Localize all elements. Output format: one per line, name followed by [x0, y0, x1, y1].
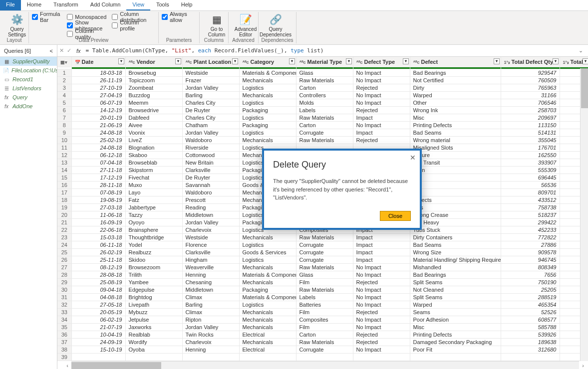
table-row[interactable]: 2828-08-18TrilithHenningMaterials & Comp…: [57, 271, 588, 278]
list-icon: ☰: [3, 85, 10, 91]
dropdown-icon[interactable]: ▾: [232, 58, 238, 64]
table-row[interactable]: 3724-09-19WordifyCharlevoixMechanicalsRa…: [57, 338, 588, 346]
table-row[interactable]: 614-12-19BrowsedriveDe RuyterPackagingLa…: [57, 106, 588, 114]
scroll-left-icon[interactable]: ‹: [63, 362, 71, 369]
dropdown-icon[interactable]: ▾: [494, 58, 500, 64]
table-row[interactable]: 3227-05-18LivepathBarlingLogisticsBatter…: [57, 301, 588, 308]
delete-query-dialog: ✕ Delete Query The query "SupplierQualit…: [262, 149, 422, 230]
table-row[interactable]: 118-03-18BrowsebugWestsideMaterials & Co…: [57, 69, 588, 76]
table-row[interactable]: 3610-04-19RealblabTwin RocksElectricalCa…: [57, 331, 588, 338]
menu-help[interactable]: Help: [175, 0, 199, 10]
menu-home[interactable]: Home: [21, 0, 47, 10]
table-row[interactable]: 2708-12-19BrowsezoomWeavervilleMechanica…: [57, 263, 588, 271]
group-dependencies: Dependencies: [259, 37, 296, 43]
dropdown-icon[interactable]: ▾: [346, 58, 352, 64]
table-row[interactable]: 2526-02-19RealbuzzClarksvilleGoods & Ser…: [57, 248, 588, 256]
column-header-material-type[interactable]: ᴬᴮcMaterial Type▾: [296, 57, 353, 67]
dropdown-icon[interactable]: ▾: [403, 58, 409, 64]
table-row[interactable]: 924-08-18VoonixJordan ValleyLogisticsCor…: [57, 129, 588, 136]
queries-header: Queries [6]: [4, 48, 31, 54]
menu-addcolumn[interactable]: Add Column: [84, 0, 127, 10]
formula-bar-checkbox[interactable]: Formula Bar: [32, 13, 62, 21]
query-item-supplierquality[interactable]: ▦SupplierQuality: [0, 57, 57, 66]
menu-tools[interactable]: Tools: [150, 0, 175, 10]
query-item-query[interactable]: fxQuery: [0, 93, 57, 102]
table-row[interactable]: 506-07-19MeemmCharles CityLogisticsMolds…: [57, 99, 588, 106]
table-row[interactable]: 2625-11-18SkidooHinghamLogisticsCorrugat…: [57, 256, 588, 263]
column-icon: ▦: [212, 13, 222, 25]
text-icon: 📄: [3, 67, 9, 73]
column-header-total-defect-qty[interactable]: 1²₃Total Defect Qty▾: [501, 57, 560, 67]
formula-bar: ✕ ✓ fx = Table.AddColumn(ChType, "List",…: [57, 45, 588, 57]
ribbon: ⚙️ Query Settings Layout Formula Bar Mon…: [0, 11, 588, 45]
column-header-date[interactable]: 📅Date▾: [71, 57, 125, 67]
dropdown-icon[interactable]: ▾: [289, 58, 295, 64]
gear-icon: ⚙️: [11, 13, 23, 25]
collapse-sidebar-icon[interactable]: <: [50, 48, 53, 54]
fx-icon: fx: [3, 94, 10, 100]
query-item-listvendors[interactable]: ☰ListVendors: [0, 84, 57, 93]
column-quality-checkbox[interactable]: Column quality: [67, 30, 107, 38]
table-row[interactable]: 327-10-19ZoombeatJordan ValleyLogisticsC…: [57, 84, 588, 91]
table-row[interactable]: 3104-08-18BrightdogClimaxMaterials & Com…: [57, 293, 588, 301]
table-row[interactable]: 39: [57, 353, 588, 361]
menu-transform[interactable]: Transform: [47, 0, 84, 10]
expand-formula-icon[interactable]: ⌄: [576, 47, 586, 54]
advanced-editor-button[interactable]: 📝 Advanced Editor: [232, 12, 260, 39]
table-row[interactable]: 821-06-19AiveeChathamPackagingCartonNo I…: [57, 121, 588, 129]
column-header-vendor[interactable]: ᴬᴮcVendor▾: [125, 57, 182, 67]
accept-formula-icon[interactable]: ✓: [67, 47, 71, 54]
group-datapreview: Data Preview: [29, 37, 158, 43]
fx-icon[interactable]: fx: [74, 48, 83, 54]
query-item-addone[interactable]: fxAddOne: [0, 102, 57, 111]
dialog-title: Delete Query: [273, 160, 411, 170]
table-row[interactable]: 720-01-19DabfeedCharles CityLogisticsRaw…: [57, 114, 588, 121]
dialog-message: The query "SupplierQuality" cannot be de…: [273, 177, 411, 202]
query-dependencies-button[interactable]: 🔗 Query Dependencies: [262, 12, 290, 39]
column-header-defect-type[interactable]: ᴬᴮcDefect Type▾: [353, 57, 410, 67]
table-row[interactable]: 3320-05-19MybuzzClimaxMechanicalsFilmRej…: [57, 308, 588, 316]
dropdown-icon[interactable]: ▾: [583, 58, 588, 64]
dialog-close-button[interactable]: Close: [380, 211, 411, 221]
query-settings-button[interactable]: ⚙️ Query Settings: [3, 12, 31, 39]
table-row[interactable]: 226-11-19TopiczoomFrazerMechanicalsRaw M…: [57, 76, 588, 84]
dropdown-icon[interactable]: ▾: [118, 58, 124, 64]
dialog-close-icon[interactable]: ✕: [410, 154, 416, 162]
table-row[interactable]: 3009-04-18EdgepulseMiddletownPackagingRa…: [57, 286, 588, 293]
menu-bar: File Home Transform Add Column View Tool…: [0, 0, 588, 11]
cancel-formula-icon[interactable]: ✕: [59, 47, 64, 54]
table-row[interactable]: 2315-03-18ThoughtbridgeWestsideMechanica…: [57, 233, 588, 241]
column-header-category[interactable]: ᴬᴮcCategory▾: [239, 57, 296, 67]
table-row[interactable]: 3521-07-19JaxworksJordan ValleyMechanica…: [57, 323, 588, 331]
menu-view[interactable]: View: [126, 0, 150, 10]
dropdown-icon[interactable]: ▾: [553, 58, 559, 64]
table-row[interactable]: 3406-02-19JetpulseRiptonMechanicalsCompo…: [57, 316, 588, 323]
table-icon: ▦: [3, 58, 10, 64]
formula-input[interactable]: = Table.AddColumn(ChType, "List", each R…: [86, 47, 573, 54]
goto-column-button[interactable]: ▦ Go to Column: [203, 12, 231, 39]
column-profile-checkbox[interactable]: Column profile: [112, 21, 155, 29]
dependencies-icon: 🔗: [270, 13, 282, 25]
table-row[interactable]: 2925-08-19YambeeChesaningMechanicalsFilm…: [57, 278, 588, 286]
group-layout: Layout: [0, 37, 28, 43]
fx-icon: fx: [3, 103, 10, 109]
horizontal-scrollbar[interactable]: ‹ ›: [71, 361, 579, 369]
query-item-filelocationcusers[interactable]: 📄FileLocation (C:\Users...: [0, 66, 57, 75]
column-header-total-dow[interactable]: 1²₃Total Dow▾: [560, 57, 588, 67]
table-row[interactable]: 2406-11-18YodelFlorenceLogisticsCorrugat…: [57, 241, 588, 248]
scroll-right-icon[interactable]: ›: [579, 362, 587, 369]
always-allow-checkbox[interactable]: Always allow: [162, 13, 196, 21]
dropdown-icon[interactable]: ▾: [175, 58, 181, 64]
group-parameters: Parameters: [159, 37, 199, 43]
column-header-defect[interactable]: ᴬᴮcDefect▾: [410, 57, 501, 67]
query-item-record1[interactable]: ▭Record1: [0, 75, 57, 84]
group-advanced: Advanced: [229, 37, 258, 43]
table-row[interactable]: 1025-02-19LiveZWaldoboroMechanicalsRaw M…: [57, 136, 588, 144]
menu-file[interactable]: File: [0, 0, 21, 10]
record-icon: ▭: [3, 76, 10, 82]
column-header-plant-location[interactable]: ᴬᴮcPlant Location▾: [182, 57, 239, 67]
table-row[interactable]: 3815-10-19OyobaHenningElectricalCorrugat…: [57, 346, 588, 353]
vertical-scrollbar[interactable]: [580, 68, 588, 361]
column-header-rownum[interactable]: ▦▾: [57, 57, 71, 67]
table-row[interactable]: 427-04-19BuzzdogBarlingMechanicalsContro…: [57, 91, 588, 99]
